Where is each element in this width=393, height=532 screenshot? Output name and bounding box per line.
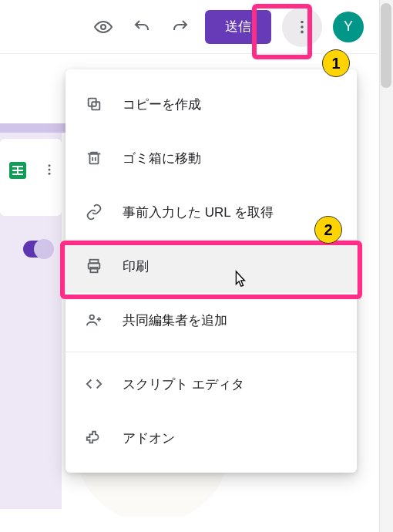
svg-point-2 — [49, 173, 51, 175]
menu-divider — [66, 352, 357, 352]
menu-item-label: 共同編集者を追加 — [123, 311, 227, 329]
menu-item-label: アドオン — [123, 429, 175, 447]
avatar[interactable]: Y — [333, 12, 364, 42]
card-more-icon[interactable] — [40, 160, 59, 179]
menu-item-label: スクリプト エディタ — [123, 375, 244, 393]
preview-icon[interactable] — [89, 13, 117, 41]
background-strip — [0, 123, 66, 133]
svg-point-5 — [301, 25, 304, 29]
toggle-fragment — [23, 241, 49, 258]
menu-item-script-editor[interactable]: スクリプト エディタ — [66, 357, 357, 411]
menu-item-label: 印刷 — [123, 258, 149, 275]
svg-point-6 — [301, 30, 304, 33]
scrollbar-track[interactable] — [379, 0, 393, 532]
menu-item-copy[interactable]: コピーを作成 — [66, 77, 357, 131]
svg-point-0 — [49, 164, 51, 167]
annotation-badge-1: 1 — [322, 49, 350, 77]
svg-rect-9 — [90, 154, 99, 164]
add-collaborator-icon — [84, 310, 104, 330]
svg-point-4 — [301, 20, 304, 23]
redo-icon[interactable] — [166, 13, 194, 41]
more-button[interactable] — [282, 7, 322, 47]
print-icon — [84, 256, 104, 276]
sheets-icon — [9, 162, 26, 179]
svg-point-3 — [101, 25, 106, 29]
link-icon — [84, 202, 104, 222]
menu-item-prefill-url[interactable]: 事前入力した URL を取得 — [66, 185, 357, 239]
menu-item-print[interactable]: 印刷 — [66, 239, 357, 293]
overflow-menu: コピーを作成 ゴミ箱に移動 事前入力した URL を取得 印刷 共同編集者を追加 — [66, 69, 357, 473]
svg-point-1 — [49, 169, 51, 171]
menu-item-trash[interactable]: ゴミ箱に移動 — [66, 131, 357, 185]
header-bar: 送信 Y — [0, 0, 378, 54]
menu-item-label: 事前入力した URL を取得 — [123, 204, 274, 221]
copy-icon — [84, 94, 104, 114]
annotation-badge-2: 2 — [314, 216, 342, 244]
undo-icon[interactable] — [128, 13, 156, 41]
send-button[interactable]: 送信 — [205, 10, 271, 44]
svg-point-13 — [90, 315, 95, 320]
menu-item-addons[interactable]: アドオン — [66, 411, 357, 465]
menu-item-label: コピーを作成 — [123, 96, 201, 113]
scrollbar-thumb[interactable] — [381, 3, 391, 88]
addon-icon — [84, 428, 104, 448]
script-editor-icon — [84, 374, 104, 394]
menu-item-add-collaborator[interactable]: 共同編集者を追加 — [66, 293, 357, 347]
menu-item-label: ゴミ箱に移動 — [123, 150, 201, 167]
trash-icon — [84, 148, 104, 168]
